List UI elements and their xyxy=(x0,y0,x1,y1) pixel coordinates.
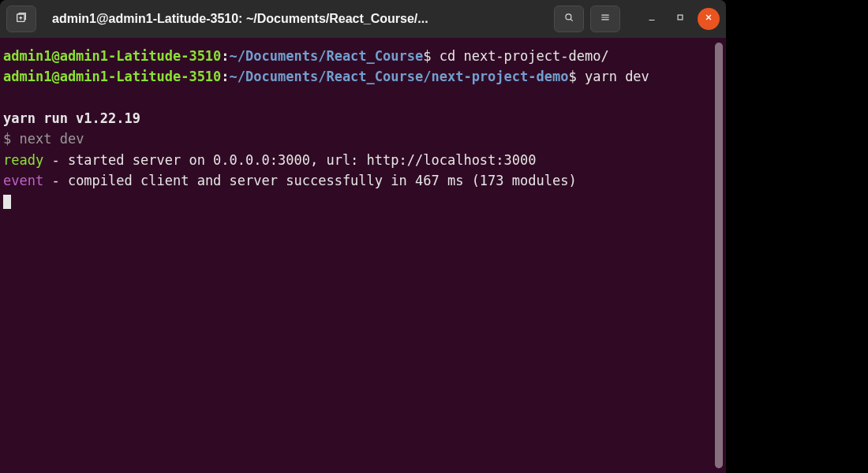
cursor-block xyxy=(3,195,11,209)
hamburger-icon xyxy=(600,12,611,26)
minimize-icon xyxy=(646,12,657,26)
prompt-line: admin1@admin1-Latitude-3510:~/Documents/… xyxy=(3,46,726,66)
new-tab-icon xyxy=(15,11,28,27)
menu-button[interactable] xyxy=(590,6,620,32)
prompt-path: ~/Documents/React_Course xyxy=(230,48,424,64)
svg-rect-2 xyxy=(678,15,683,20)
status-event: event xyxy=(3,173,43,188)
search-button[interactable] xyxy=(554,6,584,32)
scrollbar[interactable] xyxy=(715,43,723,468)
scrollbar-thumb[interactable] xyxy=(715,43,723,468)
maximize-icon xyxy=(675,12,686,26)
prompt-sep: : xyxy=(221,69,229,84)
prompt-symbol: $ xyxy=(568,69,584,84)
output-line: yarn run v1.22.19 xyxy=(3,108,726,128)
cursor-line xyxy=(3,191,726,211)
prompt-user: admin1@admin1-Latitude-3510 xyxy=(3,48,221,64)
prompt-line: admin1@admin1-Latitude-3510:~/Documents/… xyxy=(3,66,726,87)
new-tab-button[interactable] xyxy=(6,6,36,32)
terminal-body[interactable]: admin1@admin1-Latitude-3510:~/Documents/… xyxy=(0,38,726,473)
window-controls xyxy=(554,6,720,32)
maximize-button[interactable] xyxy=(669,8,691,30)
command-text: cd next-project-demo/ xyxy=(440,48,609,64)
close-button[interactable] xyxy=(698,8,720,30)
status-ready: ready xyxy=(3,152,43,168)
prompt-sep: : xyxy=(221,48,229,64)
prompt-user: admin1@admin1-Latitude-3510 xyxy=(3,69,221,84)
titlebar: admin1@admin1-Latitude-3510: ~/Documents… xyxy=(0,0,726,38)
output-line: event - compiled client and server succe… xyxy=(3,170,726,191)
output-line: ready - started server on 0.0.0.0:3000, … xyxy=(3,150,726,170)
prompt-symbol: $ xyxy=(423,48,439,64)
output-line xyxy=(3,88,726,108)
output-text: next dev xyxy=(19,131,84,147)
output-text: - compiled client and server successfull… xyxy=(43,173,577,188)
window-title: admin1@admin1-Latitude-3510: ~/Documents… xyxy=(43,12,548,26)
output-line: $ next dev xyxy=(3,128,726,149)
terminal-window: admin1@admin1-Latitude-3510: ~/Documents… xyxy=(0,0,726,473)
close-icon xyxy=(703,12,714,26)
output-prefix: $ xyxy=(3,131,19,147)
output-text: - started server on 0.0.0.0:3000, url: h… xyxy=(43,152,536,168)
command-text: yarn dev xyxy=(585,69,649,84)
search-icon xyxy=(563,12,574,26)
prompt-path: ~/Documents/React_Course/next-project-de… xyxy=(230,69,569,84)
minimize-button[interactable] xyxy=(641,8,663,30)
svg-point-1 xyxy=(566,14,571,20)
